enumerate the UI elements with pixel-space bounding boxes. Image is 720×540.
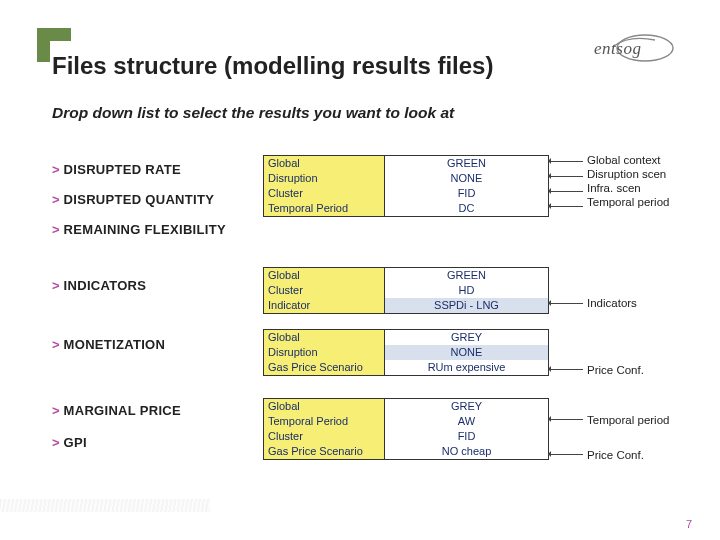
table-cell-label: Cluster (264, 186, 385, 201)
table-marginal-gpi: GlobalGREYTemporal PeriodAWClusterFIDGas… (263, 398, 549, 460)
table-row: DisruptionNONE (264, 345, 548, 360)
table-cell-value[interactable]: AW (385, 414, 548, 429)
table-cell-value[interactable]: SSPDi - LNG (385, 298, 548, 313)
nav-indicators[interactable]: >INDICATORS (52, 278, 146, 293)
footer-decoration (0, 499, 210, 512)
annot-price-conf: Price Conf. (587, 363, 644, 377)
nav-marginal-price[interactable]: >MARGINAL PRICE (52, 403, 181, 418)
table-row: DisruptionNONE (264, 171, 548, 186)
table-cell-value[interactable]: NONE (385, 345, 548, 360)
arrow-icon (550, 303, 583, 304)
page-subtitle: Drop down list to select the results you… (52, 104, 454, 122)
table-row: ClusterHD (264, 283, 548, 298)
table-cell-value[interactable]: HD (385, 283, 548, 298)
chevron-right-icon: > (52, 435, 60, 450)
table-disruption: GlobalGREENDisruptionNONEClusterFIDTempo… (263, 155, 549, 217)
table-row: Temporal PeriodAW (264, 414, 548, 429)
page-title: Files structure (modelling results files… (52, 52, 493, 80)
table-monetization: GlobalGREYDisruptionNONEGas Price Scenar… (263, 329, 549, 376)
table-cell-value[interactable]: GREY (385, 330, 548, 345)
table-row: IndicatorSSPDi - LNG (264, 298, 548, 313)
table-row: Gas Price ScenarioRUm expensive (264, 360, 548, 375)
table-cell-label: Cluster (264, 283, 385, 298)
annot-block-1: Global context Disruption scen Infra. sc… (587, 153, 669, 209)
table-cell-value[interactable]: GREEN (385, 268, 548, 283)
table-cell-label: Global (264, 330, 385, 345)
table-cell-label: Indicator (264, 298, 385, 313)
nav-monetization[interactable]: >MONETIZATION (52, 337, 165, 352)
table-row: GlobalGREY (264, 330, 548, 345)
table-cell-label: Disruption (264, 345, 385, 360)
nav-gpi[interactable]: >GPI (52, 435, 87, 450)
table-row: Gas Price ScenarioNO cheap (264, 444, 548, 459)
chevron-right-icon: > (52, 162, 60, 177)
nav-remaining-flexibility[interactable]: >REMAINING FLEXIBILITY (52, 222, 226, 237)
nav-label: DISRUPTED RATE (64, 162, 181, 177)
arrow-icon (550, 419, 583, 420)
table-row: ClusterFID (264, 186, 548, 201)
table-cell-label: Global (264, 268, 385, 283)
page-number: 7 (686, 518, 692, 530)
annot-infra-scen: Infra. scen (587, 181, 669, 195)
table-cell-label: Disruption (264, 171, 385, 186)
arrow-icon (550, 369, 583, 370)
table-cell-value[interactable]: GREEN (385, 156, 548, 171)
table-cell-value[interactable]: GREY (385, 399, 548, 414)
nav-label: INDICATORS (64, 278, 147, 293)
table-indicators: GlobalGREENClusterHDIndicatorSSPDi - LNG (263, 267, 549, 314)
table-cell-value[interactable]: NONE (385, 171, 548, 186)
table-cell-label: Global (264, 399, 385, 414)
nav-label: GPI (64, 435, 87, 450)
chevron-right-icon: > (52, 278, 60, 293)
entsog-logo: entsog (573, 30, 685, 68)
chevron-right-icon: > (52, 222, 60, 237)
chevron-right-icon: > (52, 337, 60, 352)
table-row: GlobalGREY (264, 399, 548, 414)
table-row: GlobalGREEN (264, 156, 548, 171)
table-cell-value[interactable]: DC (385, 201, 548, 216)
arrow-icon (550, 206, 583, 207)
svg-text:entsog: entsog (594, 39, 641, 58)
arrow-icon (550, 191, 583, 192)
table-cell-label: Temporal Period (264, 414, 385, 429)
table-cell-label: Gas Price Scenario (264, 360, 385, 375)
table-cell-label: Temporal Period (264, 201, 385, 216)
nav-label: REMAINING FLEXIBILITY (64, 222, 226, 237)
annot-indicators: Indicators (587, 296, 637, 310)
annot-price-conf-2: Price Conf. (587, 448, 644, 462)
nav-label: MONETIZATION (64, 337, 166, 352)
nav-label: DISRUPTED QUANTITY (64, 192, 215, 207)
annot-temporal-period: Temporal period (587, 195, 669, 209)
arrow-icon (550, 176, 583, 177)
table-cell-label: Global (264, 156, 385, 171)
nav-disrupted-rate[interactable]: >DISRUPTED RATE (52, 162, 181, 177)
nav-disrupted-quantity[interactable]: >DISRUPTED QUANTITY (52, 192, 214, 207)
annot-disruption-scen: Disruption scen (587, 167, 669, 181)
table-cell-value[interactable]: FID (385, 186, 548, 201)
table-cell-value[interactable]: FID (385, 429, 548, 444)
annot-global-context: Global context (587, 153, 669, 167)
nav-label: MARGINAL PRICE (64, 403, 181, 418)
table-cell-value[interactable]: RUm expensive (385, 360, 548, 375)
chevron-right-icon: > (52, 403, 60, 418)
table-cell-value[interactable]: NO cheap (385, 444, 548, 459)
table-row: ClusterFID (264, 429, 548, 444)
annot-temporal-period-2: Temporal period (587, 413, 669, 427)
table-cell-label: Cluster (264, 429, 385, 444)
table-cell-label: Gas Price Scenario (264, 444, 385, 459)
chevron-right-icon: > (52, 192, 60, 207)
table-row: Temporal PeriodDC (264, 201, 548, 216)
arrow-icon (550, 161, 583, 162)
table-row: GlobalGREEN (264, 268, 548, 283)
arrow-icon (550, 454, 583, 455)
